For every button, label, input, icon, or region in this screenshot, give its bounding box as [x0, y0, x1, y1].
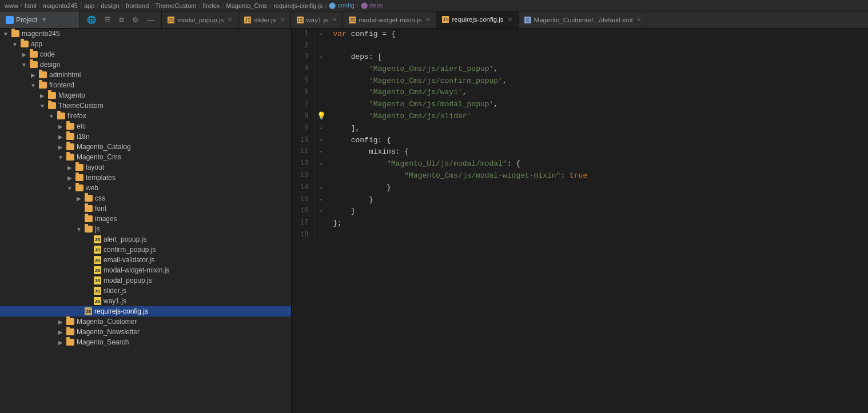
fold-arrow-icon[interactable]: ▾: [319, 208, 322, 215]
tab-slider[interactable]: JS slider.js ✕: [238, 11, 290, 28]
code-line-7: 7 'Magento_Cms/js/modal_popup',: [292, 99, 868, 111]
tab-requirejs-config[interactable]: JS requirejs-config.js ✕: [436, 11, 518, 28]
fold-arrow-icon[interactable]: ▾: [319, 197, 322, 203]
tab-close-icon[interactable]: ✕: [228, 17, 232, 23]
tab-way1[interactable]: JS way1.js ✕: [291, 11, 343, 28]
tree-item-alert-popup-js[interactable]: JS alert_popup.js: [0, 234, 291, 244]
tab-file-icon: JS: [297, 17, 304, 23]
tab-close-icon[interactable]: ✕: [425, 17, 430, 23]
folder-icon: [66, 133, 74, 140]
project-dropdown-icon[interactable]: ▼: [41, 17, 47, 23]
breadcrumb-themecustom[interactable]: ThemeCustom: [155, 2, 196, 9]
gear-icon[interactable]: ⚙: [130, 14, 141, 25]
globe-icon[interactable]: 🌐: [85, 14, 98, 25]
tree-item-design[interactable]: ▼ design: [0, 59, 291, 70]
arrow-down-icon: ▼: [11, 41, 18, 47]
code-line-8: 8 💡 'Magento_Cms/js/slider': [292, 111, 868, 123]
tree-item-code[interactable]: ▶ code: [0, 49, 291, 59]
tree-item-themecustom[interactable]: ▼ ThemeCustom: [0, 101, 291, 111]
breadcrumb-design[interactable]: design: [101, 2, 119, 9]
fold-arrow-icon[interactable]: ▾: [319, 185, 322, 191]
tree-item-js[interactable]: ▼ js: [0, 224, 291, 234]
tree-item-magento-catalog[interactable]: ▶ Magento_Catalog: [0, 142, 291, 152]
tree-item-templates[interactable]: ▶ templates: [0, 173, 291, 183]
tree-item-modal-widget-mixin-js[interactable]: JS modal-widget-mixin.js: [0, 265, 291, 275]
tab-file-icon: X: [524, 17, 531, 23]
tab-close-icon[interactable]: ✕: [332, 17, 337, 23]
arrow-right-icon: ▶: [57, 319, 64, 325]
main-content: ▼ magento245 ▼ app ▶ code ▼ design ▶ adm…: [0, 29, 868, 413]
tree-item-magento[interactable]: ▶ Magento: [0, 90, 291, 101]
breadcrumb-magento245[interactable]: magento245: [43, 2, 78, 9]
fold-arrow-icon[interactable]: ▾: [319, 54, 322, 61]
tree-item-slider-js[interactable]: JS slider.js: [0, 286, 291, 296]
tree-item-magento-customer[interactable]: ▶ Magento_Customer: [0, 316, 291, 327]
code-line-6: 6 'Magento_Cms/js/way1',: [292, 87, 868, 99]
tab-modal-popup[interactable]: JS modal_popup.js ✕: [162, 11, 238, 28]
breadcrumb-magento-cms[interactable]: Magento_Cms: [226, 2, 268, 9]
tree-item-images[interactable]: images: [0, 214, 291, 224]
fold-arrow-icon[interactable]: ▾: [319, 161, 322, 167]
tree-item-font[interactable]: font: [0, 203, 291, 214]
tree-item-frontend[interactable]: ▼ frontend: [0, 80, 291, 90]
folder-icon: [85, 205, 93, 212]
fold-gutter: [314, 99, 328, 111]
fold-arrow-icon[interactable]: ▾: [319, 31, 322, 38]
tree-item-magento245[interactable]: ▼ magento245: [0, 29, 291, 39]
js-file-icon: JS: [94, 246, 101, 254]
tree-item-requirejs-config-js[interactable]: JS requirejs-config.js: [0, 306, 291, 316]
breadcrumb-app[interactable]: app: [84, 2, 94, 9]
tree-item-app[interactable]: ▼ app: [0, 39, 291, 49]
tree-item-magento-search[interactable]: ▶ Magento_Search: [0, 337, 291, 347]
breadcrumb-config[interactable]: ⬤ config: [329, 2, 354, 9]
breadcrumb-firefox[interactable]: firefox: [203, 2, 220, 9]
folder-icon: [39, 71, 47, 78]
fold-gutter: ▾: [314, 51, 328, 63]
tree-item-web[interactable]: ▼ web: [0, 183, 291, 193]
tab-close-icon[interactable]: ✕: [636, 17, 641, 23]
breadcrumb-requirejs-config[interactable]: requirejs-config.js: [273, 2, 322, 9]
tree-item-i18n[interactable]: ▶ i18n: [0, 131, 291, 142]
tree-item-confirm-popup-js[interactable]: JS confirm_popup.js: [0, 244, 291, 255]
tree-item-magento-newsletter[interactable]: ▶ Magento_Newsletter: [0, 327, 291, 337]
line-code: [328, 41, 868, 51]
bulb-icon[interactable]: 💡: [317, 112, 326, 121]
line-code: config: {: [328, 135, 868, 147]
list-icon[interactable]: ☰: [102, 14, 113, 25]
tab-actions: 🌐 ☰ ⧉ ⚙ —: [80, 11, 162, 28]
breadcrumb-deps[interactable]: ⬤ deps: [361, 2, 383, 9]
code-view[interactable]: 1 ▾ var config = { 2 3 ▾ deps: [: [292, 29, 868, 413]
tree-item-way1-js[interactable]: JS way1.js: [0, 296, 291, 306]
tree-item-magento-cms[interactable]: ▼ Magento_Cms: [0, 152, 291, 162]
project-panel[interactable]: Project ▼: [0, 11, 80, 28]
tab-close-icon[interactable]: ✕: [508, 17, 512, 23]
fold-arrow-icon[interactable]: ▾: [319, 126, 322, 132]
fold-gutter: ▾: [314, 123, 328, 135]
code-line-1: 1 ▾ var config = {: [292, 29, 868, 41]
tabs-list: JS modal_popup.js ✕ JS slider.js ✕ JS wa…: [162, 11, 868, 28]
minus-icon[interactable]: —: [145, 14, 157, 25]
tab-label: slider.js: [254, 17, 276, 23]
tree-item-email-validator-js[interactable]: JS email-validator.js: [0, 255, 291, 265]
tree-item-css[interactable]: ▶ css: [0, 193, 291, 203]
code-line-3: 3 ▾ deps: [: [292, 51, 868, 63]
tab-modal-widget-mixin[interactable]: JS modal-widget-mixin.js ✕: [343, 11, 437, 28]
breadcrumb-www[interactable]: www: [5, 2, 18, 9]
tab-magento-customer[interactable]: X Magento_Customer/.../default.xml ✕: [519, 11, 648, 28]
fold-arrow-icon[interactable]: ▾: [319, 149, 322, 155]
breadcrumb-html[interactable]: html: [25, 2, 37, 9]
fold-arrow-icon[interactable]: ▾: [319, 138, 322, 144]
tab-label: requirejs-config.js: [452, 16, 503, 23]
tab-file-icon: JS: [244, 17, 251, 23]
line-code: "Magento_Cms/js/modal-widget-mixin": tru…: [328, 170, 868, 182]
breadcrumb-bar: www / html / magento245 / app / design /…: [0, 0, 868, 11]
tree-item-layout[interactable]: ▶ layout: [0, 162, 291, 173]
split-icon[interactable]: ⧉: [117, 14, 126, 26]
tree-item-etc[interactable]: ▶ etc: [0, 121, 291, 131]
tree-item-adminhtml[interactable]: ▶ adminhtml: [0, 70, 291, 80]
tree-item-firefox[interactable]: ▼ firefox: [0, 111, 291, 121]
breadcrumb-frontend[interactable]: frontend: [126, 2, 149, 9]
code-line-2: 2: [292, 41, 868, 51]
tree-item-modal-popup-js[interactable]: JS modal_popup.js: [0, 275, 291, 286]
tab-close-icon[interactable]: ✕: [280, 17, 285, 23]
